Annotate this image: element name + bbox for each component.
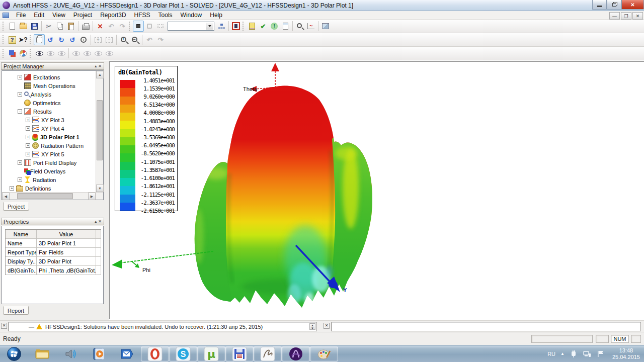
menu-help[interactable]: Help: [206, 11, 226, 19]
eye-dim-button[interactable]: [104, 48, 115, 59]
prop-row-dbgainto[interactable]: dB(GainTo...Phi ,Theta ,dB(GainTot...: [6, 266, 101, 275]
tree-item-results[interactable]: -Results: [3, 107, 95, 116]
copy-button[interactable]: [54, 21, 65, 32]
view-redo-button[interactable]: ↷: [155, 34, 166, 45]
zoom-dyn-button[interactable]: i: [78, 34, 89, 45]
zoom-in-rect-button[interactable]: +: [93, 34, 104, 45]
menu-view[interactable]: View: [48, 11, 69, 19]
zoom-out-rect-button[interactable]: −: [104, 34, 115, 45]
close-button[interactable]: ✕: [621, 0, 644, 10]
new-button[interactable]: [7, 21, 18, 32]
select-block-button[interactable]: [133, 21, 144, 32]
help-arrow-button[interactable]: ➤?: [18, 34, 29, 45]
tree-expander[interactable]: +: [26, 143, 30, 148]
message-pane[interactable]: — ! HFSSDesign1: Solutions have been inv…: [8, 322, 317, 331]
copy-image-button[interactable]: [320, 21, 331, 32]
pan-hand-button[interactable]: [34, 34, 45, 45]
tree-expander[interactable]: -: [18, 109, 22, 114]
tray-power-icon[interactable]: [570, 350, 578, 357]
eye-dim-button[interactable]: [82, 48, 93, 59]
message-close-icon[interactable]: ✕: [1, 323, 7, 329]
taskbar-utorrent[interactable]: µ: [197, 346, 225, 361]
project-tree-vscrollbar[interactable]: ▲ ▼: [96, 71, 103, 192]
prop-row-displayty[interactable]: Display Ty...3D Polar Plot: [6, 257, 101, 266]
tree-expander[interactable]: +: [18, 75, 22, 79]
tree-item-port-field-display[interactable]: +Port Field Display: [3, 158, 95, 167]
save-button[interactable]: [29, 21, 40, 32]
progress-close-icon[interactable]: ✕: [324, 323, 330, 329]
check-button[interactable]: ✔: [258, 21, 269, 32]
tray-date[interactable]: 25.04.2015: [612, 354, 640, 360]
prop-row-name[interactable]: Name3D Polar Plot 1: [6, 239, 101, 248]
tray-expand-icon[interactable]: ▲: [560, 351, 565, 356]
project-manager-header[interactable]: Project Manager ▴✕: [1, 62, 104, 70]
eye-dim-button[interactable]: [93, 48, 104, 59]
taskbar-paint[interactable]: [310, 346, 338, 361]
tree-item-mesh-operations[interactable]: Mesh Operations: [3, 81, 95, 90]
taskbar-media-player[interactable]: [85, 346, 113, 362]
tree-expander[interactable]: +: [26, 126, 30, 131]
pm-collapse-icon[interactable]: ▴: [95, 64, 97, 68]
menu-tools[interactable]: Tools: [154, 11, 177, 19]
help-context-button[interactable]: ?: [7, 34, 18, 45]
tray-flag-icon[interactable]: [597, 350, 605, 357]
mdi-close-button[interactable]: ✕: [632, 12, 643, 20]
print-button[interactable]: [80, 21, 91, 32]
tree-item-field-overlays[interactable]: Field Overlays: [3, 167, 95, 175]
tree-item-xy-plot-3[interactable]: +XY Plot 3: [3, 116, 95, 124]
taskbar-explorer[interactable]: [28, 346, 56, 362]
tree-item-definitions[interactable]: +Definitions: [3, 184, 95, 192]
solution-combo[interactable]: [168, 22, 214, 31]
rotate-3-button[interactable]: ↺: [67, 34, 78, 45]
open-button[interactable]: [18, 21, 29, 32]
menu-report3d[interactable]: Report3D: [96, 11, 130, 19]
project-tab[interactable]: Project: [3, 202, 29, 211]
mag-plus-button[interactable]: +: [118, 34, 129, 45]
message-spinner[interactable]: ▲▼: [309, 323, 315, 330]
tree-expander[interactable]: +: [18, 160, 22, 165]
tree-item-3d-polar-plot-1[interactable]: +3D Polar Plot 1: [3, 133, 95, 141]
notes-button[interactable]: [280, 21, 291, 32]
tree-item-excitations[interactable]: +Excitations: [3, 73, 95, 81]
menu-window[interactable]: Window: [177, 11, 206, 19]
mdi-child-icon[interactable]: [3, 13, 9, 18]
taskbar-opera[interactable]: [141, 346, 169, 361]
tree-item-radiation-pattern[interactable]: +Radiation Pattern: [3, 141, 95, 150]
taskbar-skype[interactable]: S: [169, 346, 197, 361]
menu-file[interactable]: File: [12, 11, 30, 19]
model-stack-button[interactable]: [7, 48, 18, 59]
cut-button[interactable]: ✂: [43, 21, 54, 32]
tree-item-xy-plot-4[interactable]: +XY Plot 4: [3, 124, 95, 133]
view-undo-button[interactable]: ↶: [144, 34, 155, 45]
props-close-icon[interactable]: ✕: [98, 219, 102, 224]
plot-button[interactable]: ~: [305, 21, 316, 32]
taskbar-mail[interactable]: [113, 346, 141, 362]
project-tree-hscrollbar[interactable]: ◀ ▶: [2, 192, 103, 200]
menu-project[interactable]: Project: [69, 11, 96, 19]
eye-dim-button[interactable]: [70, 48, 82, 59]
fan-button[interactable]: [18, 48, 29, 59]
tree-expander[interactable]: +: [18, 92, 22, 97]
minimize-button[interactable]: [592, 0, 607, 10]
tree-expander[interactable]: +: [26, 152, 30, 156]
mdi-minimize-button[interactable]: —: [609, 12, 620, 20]
menu-hfss[interactable]: HFSS: [130, 11, 154, 19]
port-a-button[interactable]: [144, 21, 155, 32]
tree-item-analysis[interactable]: +Analysis: [3, 90, 95, 99]
taskbar-volume[interactable]: [56, 346, 85, 362]
port-b-button[interactable]: [155, 21, 166, 32]
tree-expander[interactable]: +: [26, 135, 30, 139]
search-button[interactable]: [294, 21, 305, 32]
tray-network-icon[interactable]: [583, 350, 592, 357]
taskbar-signature-tool[interactable]: [254, 346, 282, 361]
mdi-restore-button[interactable]: ❐: [621, 12, 631, 20]
analyze-button[interactable]: !: [269, 21, 280, 32]
menu-edit[interactable]: Edit: [30, 11, 48, 19]
undo-button[interactable]: ↶: [106, 21, 117, 32]
eye-button[interactable]: [34, 48, 45, 59]
rotate-2-button[interactable]: ↻: [56, 34, 67, 45]
red-frame-button[interactable]: [230, 21, 242, 32]
tree-item-xy-plot-5[interactable]: +XY Plot 5: [3, 150, 95, 158]
report-tab[interactable]: Report: [3, 306, 29, 315]
redo-button[interactable]: ↷: [117, 21, 128, 32]
